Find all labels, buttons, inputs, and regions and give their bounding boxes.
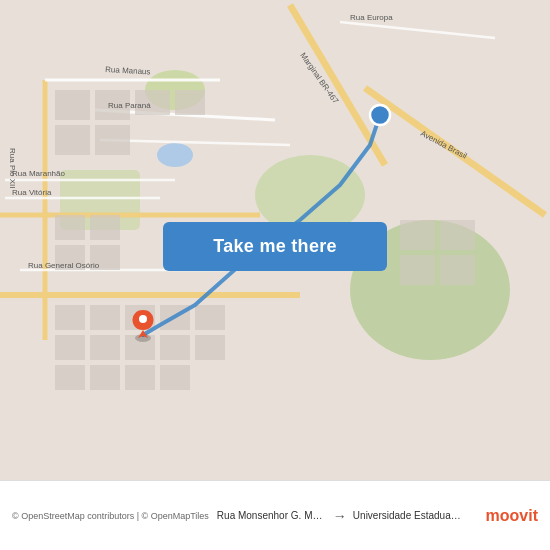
map-container: Rua Manaus Rua Paraná Rua Europa Margina… (0, 0, 550, 480)
svg-rect-34 (55, 365, 85, 390)
svg-rect-28 (55, 305, 85, 330)
street-label-europa: Rua Europa (350, 13, 393, 22)
svg-point-47 (139, 315, 147, 323)
svg-rect-43 (440, 220, 475, 250)
origin-marker (370, 105, 390, 125)
svg-point-5 (157, 143, 193, 167)
svg-rect-40 (195, 305, 225, 330)
street-label-parana: Rua Paraná (108, 101, 151, 110)
moovit-logo: moovit (486, 507, 538, 525)
route-origin: Rua Monsenhor G. Mar... (217, 510, 327, 521)
svg-rect-41 (195, 335, 225, 360)
street-label-osorio: Rua General Osório (28, 261, 100, 270)
svg-rect-45 (440, 255, 475, 285)
svg-rect-29 (90, 305, 120, 330)
svg-rect-37 (160, 365, 190, 390)
street-label-vitoria: Rua Vitória (12, 188, 52, 197)
svg-rect-42 (400, 220, 435, 250)
svg-rect-21 (95, 125, 130, 155)
attribution-text: © OpenStreetMap contributors | © OpenMap… (12, 511, 209, 521)
street-label-maranhao: Rua Maranhão (12, 169, 65, 178)
destination-marker (133, 310, 154, 342)
svg-rect-25 (90, 215, 120, 240)
svg-rect-44 (400, 255, 435, 285)
svg-rect-35 (90, 365, 120, 390)
svg-rect-18 (55, 90, 90, 120)
svg-rect-19 (55, 125, 90, 155)
route-destination: Universidade Estadual D... (353, 510, 463, 521)
route-arrow-icon: → (333, 508, 347, 524)
svg-rect-39 (160, 335, 190, 360)
svg-rect-32 (90, 335, 120, 360)
svg-rect-24 (55, 215, 85, 240)
moovit-brand-label: moovit (486, 507, 538, 525)
svg-rect-23 (175, 90, 205, 115)
take-me-there-button[interactable]: Take me there (163, 222, 387, 271)
svg-rect-31 (55, 335, 85, 360)
route-info: Rua Monsenhor G. Mar... → Universidade E… (209, 508, 486, 524)
bottom-bar: © OpenStreetMap contributors | © OpenMap… (0, 480, 550, 550)
svg-rect-36 (125, 365, 155, 390)
